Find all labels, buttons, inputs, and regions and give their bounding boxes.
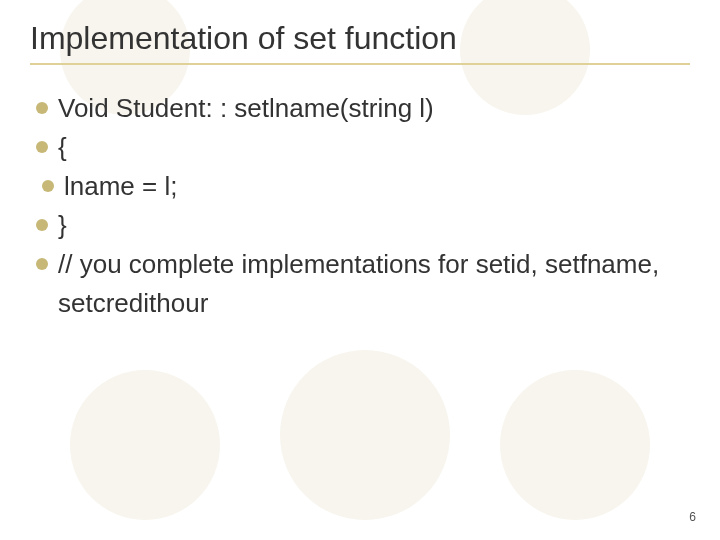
list-item: Void Student: : setlname(string l)	[36, 89, 690, 128]
list-text: }	[58, 206, 690, 245]
list-text: {	[58, 128, 690, 167]
list-item: {	[36, 128, 690, 167]
list-text: lname = l;	[64, 167, 690, 206]
title-rule	[30, 63, 690, 65]
list-item: // you complete implementations for seti…	[36, 245, 690, 323]
list-item: }	[36, 206, 690, 245]
page-number: 6	[689, 510, 696, 524]
slide-title: Implementation of set function	[30, 20, 690, 57]
bullet-icon	[42, 180, 54, 192]
slide: Implementation of set function Void Stud…	[0, 0, 720, 540]
bullet-icon	[36, 258, 48, 270]
slide-body: Void Student: : setlname(string l) { lna…	[30, 89, 690, 323]
bullet-icon	[36, 219, 48, 231]
bullet-icon	[36, 141, 48, 153]
list-text: Void Student: : setlname(string l)	[58, 89, 690, 128]
list-text: // you complete implementations for seti…	[58, 245, 690, 323]
bullet-icon	[36, 102, 48, 114]
list-item: lname = l;	[36, 167, 690, 206]
